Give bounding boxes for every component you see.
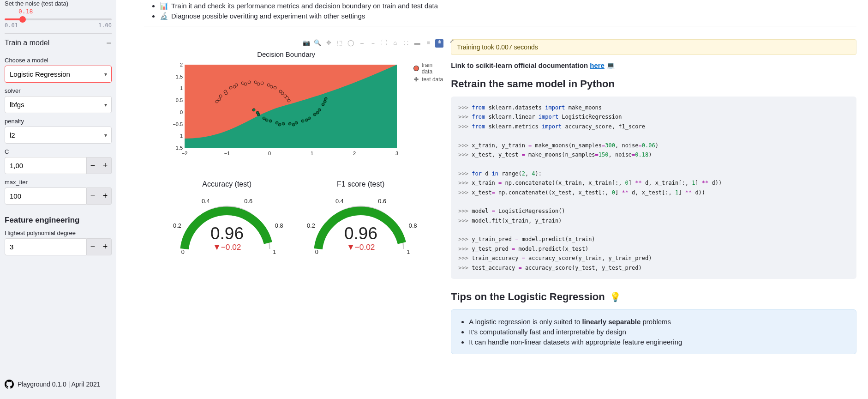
svg-text:0.2: 0.2 — [173, 223, 181, 229]
svg-point-29 — [282, 122, 285, 125]
svg-text:0: 0 — [181, 249, 184, 255]
solver-select[interactable] — [5, 96, 112, 113]
svg-text:0: 0 — [180, 109, 183, 115]
zoomin-icon[interactable]: ＋ — [358, 39, 366, 48]
sidebar: Set the noise (test data) 0.18 0.01 1.00… — [0, 0, 116, 399]
zoom-icon[interactable]: 🔍 — [313, 39, 322, 48]
svg-point-35 — [318, 109, 321, 111]
svg-point-40 — [278, 123, 281, 126]
svg-text:1: 1 — [180, 85, 183, 91]
expand-icon[interactable]: ⤢ — [449, 38, 456, 44]
hover-icon[interactable]: ▬ — [413, 39, 421, 48]
polydegree-label: Highest polynomial degree — [5, 230, 112, 236]
svg-text:1: 1 — [311, 151, 313, 156]
svg-text:−0.5: −0.5 — [173, 121, 183, 127]
training-time-banner: ⤢ Training took 0.007 seconds — [451, 39, 856, 55]
intro-item: 📊Train it and check its performance metr… — [160, 2, 856, 10]
plotly-logo-icon[interactable]: ılı — [435, 39, 443, 48]
svg-point-31 — [295, 121, 298, 124]
c-input[interactable] — [5, 157, 87, 174]
code-block[interactable]: >>> from sklearn.datasets import make_mo… — [451, 97, 856, 279]
legend-train-label: train data — [422, 62, 444, 75]
slider-min: 0.01 — [5, 22, 18, 29]
autoscale-icon[interactable]: ⛶ — [380, 39, 388, 48]
camera-icon[interactable]: 📷 — [302, 39, 311, 48]
pan-icon[interactable]: ✥ — [324, 39, 333, 48]
svg-point-16 — [218, 98, 221, 101]
svg-point-8 — [248, 81, 251, 84]
svg-text:0.4: 0.4 — [202, 198, 210, 205]
bulb-icon: 💡 — [610, 292, 621, 302]
penalty-select[interactable] — [5, 127, 112, 144]
svg-point-24 — [252, 109, 255, 111]
c-label: C — [5, 148, 112, 155]
svg-point-30 — [288, 122, 291, 125]
svg-text:1: 1 — [407, 249, 410, 255]
svg-point-17 — [225, 92, 227, 95]
svg-point-33 — [308, 117, 311, 120]
svg-point-44 — [323, 100, 326, 103]
svg-text:0.6: 0.6 — [244, 198, 252, 205]
maxiter-label: max_iter — [5, 179, 112, 186]
gauge-f1: 0 0.2 0.4 0.6 0.8 1 0.96 ▼−0.02 — [301, 190, 421, 260]
svg-point-39 — [265, 119, 268, 121]
svg-point-41 — [292, 123, 295, 126]
microscope-icon: 🔬 — [160, 12, 168, 20]
svg-point-12 — [274, 86, 276, 89]
doc-link[interactable]: here — [590, 61, 605, 69]
sidebar-footer: Playground 0.1.0 | April 2021 — [5, 377, 112, 394]
model-select[interactable] — [5, 66, 112, 83]
spike-icon[interactable]: ⸬ — [402, 39, 410, 48]
intro-text: Train it and check its performance metri… — [171, 2, 438, 10]
lasso-icon[interactable]: ◯ — [347, 39, 355, 48]
decision-boundary-chart[interactable]: 21.510.50−0.5−1−1.5 −2−10123 — [162, 60, 410, 162]
compare-icon[interactable]: ≡ — [424, 39, 432, 48]
svg-text:1: 1 — [273, 249, 276, 255]
collapse-icon: − — [106, 38, 112, 48]
slider-thumb[interactable] — [19, 16, 26, 23]
train-model-expander[interactable]: Train a model − — [5, 33, 112, 52]
svg-point-22 — [281, 92, 284, 95]
gauge-f1-value: 0.96 — [344, 224, 377, 243]
svg-point-10 — [261, 82, 263, 85]
maxiter-minus-button[interactable]: − — [87, 187, 99, 205]
svg-text:0.2: 0.2 — [307, 223, 315, 229]
polydegree-input[interactable] — [5, 238, 87, 255]
svg-text:2: 2 — [353, 151, 356, 156]
svg-point-36 — [322, 103, 324, 106]
legend-train[interactable]: train data — [413, 62, 443, 75]
c-minus-button[interactable]: − — [87, 157, 99, 174]
boxselect-icon[interactable]: ⬚ — [335, 39, 344, 48]
svg-point-37 — [324, 97, 327, 100]
chart-icon: 📊 — [160, 2, 168, 10]
home-icon[interactable]: ⌂ — [391, 39, 399, 48]
gauge-accuracy-value: 0.96 — [210, 224, 244, 243]
svg-point-9 — [254, 81, 257, 84]
github-icon — [5, 380, 14, 389]
laptop-icon: 💻 — [606, 61, 615, 69]
noise-test-slider[interactable] — [5, 18, 112, 20]
polydegree-plus-button[interactable]: + — [99, 238, 112, 255]
gauge-f1-delta: ▼−0.02 — [347, 242, 375, 252]
svg-point-26 — [263, 117, 265, 120]
doc-link-line: Link to scikit-learn official documentat… — [451, 61, 856, 70]
c-plus-button[interactable]: + — [99, 157, 112, 174]
svg-point-34 — [313, 113, 316, 116]
svg-text:−2: −2 — [182, 151, 188, 156]
footer-text: Playground 0.1.0 | April 2021 — [18, 381, 101, 388]
polydegree-minus-button[interactable]: − — [87, 238, 99, 255]
tips-box: A logistic regression is only suited to … — [451, 309, 856, 354]
svg-text:3: 3 — [395, 151, 398, 156]
svg-point-18 — [233, 85, 236, 88]
svg-text:−1: −1 — [177, 133, 183, 139]
maxiter-input[interactable] — [5, 187, 87, 205]
zoomout-icon[interactable]: － — [369, 39, 377, 48]
intro-item: 🔬Diagnose possible overitting and experi… — [160, 12, 856, 20]
svg-point-20 — [257, 83, 260, 85]
plotly-toolbar: 📷 🔍 ✥ ⬚ ◯ ＋ － ⛶ ⌂ ⸬ ▬ ≡ ılı — [144, 39, 443, 48]
legend-test[interactable]: ✚test data — [413, 76, 443, 83]
svg-point-7 — [241, 82, 244, 85]
tips-header: Tips on the Logistic Regression 💡 — [451, 291, 856, 303]
maxiter-plus-button[interactable]: + — [99, 187, 112, 205]
banner-text: Training took 0.007 seconds — [457, 43, 538, 51]
